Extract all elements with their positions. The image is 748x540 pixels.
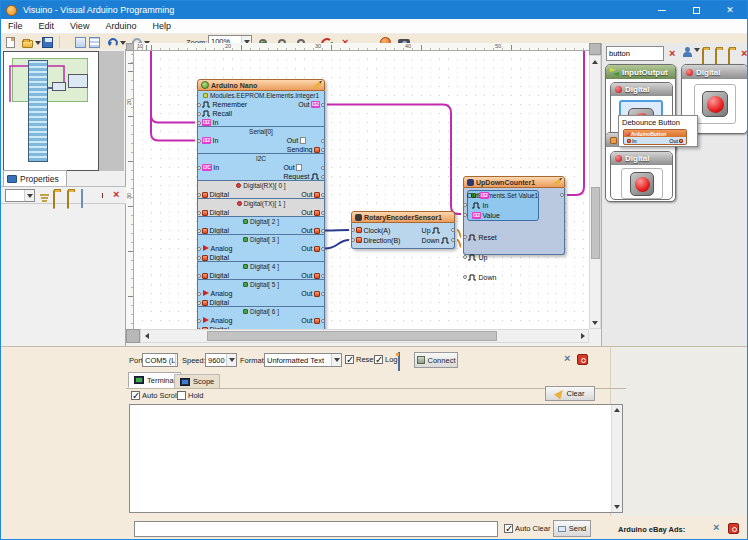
pin-dot[interactable] [451, 228, 455, 232]
arduino-header[interactable]: Arduino Nano [197, 79, 325, 91]
pin-dot[interactable] [351, 238, 355, 242]
close-palette-icon[interactable]: × [741, 48, 747, 59]
diagram-overview[interactable] [3, 51, 99, 171]
tab-scope[interactable]: Scope [174, 374, 220, 388]
send-button[interactable]: Send [553, 520, 591, 537]
pin-dot[interactable] [321, 166, 325, 170]
ads-close-icon[interactable] [728, 523, 739, 534]
properties-filter-select[interactable] [5, 189, 35, 202]
pin-dot[interactable] [451, 238, 455, 242]
format-select[interactable]: Unformatted Text [264, 353, 342, 367]
pin-dot[interactable] [197, 301, 201, 305]
pin-dot[interactable] [321, 193, 325, 197]
pin-dot[interactable] [321, 103, 325, 107]
connect-button[interactable]: Connect [414, 352, 458, 368]
menu-file[interactable]: File [1, 19, 30, 34]
pin-dot[interactable] [197, 193, 201, 197]
rotary-header[interactable]: RotaryEncoderSensor1 [351, 211, 455, 223]
pin-dot[interactable] [197, 319, 201, 323]
terminal-scroll-up-icon[interactable] [612, 405, 622, 415]
menu-view[interactable]: View [63, 19, 96, 34]
menu-arduino[interactable]: Arduino [98, 19, 143, 34]
wire-up-to-up[interactable] [457, 230, 461, 237]
port-select[interactable]: COM5 (L [142, 353, 178, 367]
scroll-up-icon[interactable] [590, 56, 600, 67]
sort-icon[interactable] [39, 190, 50, 208]
component-arduino-nano[interactable]: Arduino Nano Modules.EEPROM.Elements.Int… [197, 79, 325, 329]
clear-search-icon[interactable]: × [669, 48, 675, 59]
pin-dot[interactable] [321, 247, 325, 251]
counter-header[interactable]: UpDownCounter1 [463, 176, 565, 188]
vscroll-thumb[interactable] [591, 187, 600, 259]
maximize-button[interactable] [679, 1, 713, 19]
canvas-vscrollbar[interactable] [589, 55, 601, 329]
wire-digital2-to-clock[interactable] [325, 230, 349, 231]
digital-subheader[interactable]: Digital [611, 83, 672, 96]
canvas-hscrollbar[interactable] [140, 329, 589, 343]
pin-dot[interactable] [197, 166, 201, 170]
pin-dot[interactable] [197, 247, 201, 251]
hold-checkbox[interactable]: Hold [177, 391, 203, 400]
wire-digital3-to-direction[interactable] [325, 240, 349, 249]
serial-power-icon[interactable] [577, 354, 588, 365]
undo-icon[interactable] [107, 36, 119, 49]
pin-dot[interactable] [321, 148, 325, 152]
speed-select[interactable]: 9600 [205, 353, 237, 367]
terminal-output[interactable] [129, 404, 623, 513]
wire-eeprom-out-to-setvalue[interactable] [327, 105, 461, 215]
serial-tools-icon[interactable]: × [564, 353, 570, 364]
button-component-top[interactable] [694, 84, 736, 124]
log-checkbox[interactable]: Log [374, 355, 398, 364]
pin-dot[interactable] [197, 292, 201, 296]
layout-panel-icon[interactable] [75, 36, 86, 49]
scroll-left-icon[interactable] [141, 330, 152, 342]
wire-feedback-to-serial-in[interactable] [151, 51, 195, 141]
scroll-right-icon[interactable] [577, 330, 588, 342]
palette-search-input[interactable] [606, 46, 664, 61]
send-input[interactable] [134, 521, 498, 537]
terminal-scroll-down-icon[interactable] [612, 502, 622, 512]
pin-dot[interactable] [463, 203, 467, 207]
scroll-down-icon[interactable] [590, 317, 600, 328]
menu-edit[interactable]: Edit [32, 19, 62, 34]
expand-folder-icon[interactable] [67, 191, 69, 209]
new-project-icon[interactable] [6, 36, 15, 49]
digital-header[interactable]: Digital [682, 65, 747, 79]
log-file-icon[interactable] [398, 353, 400, 371]
inputoutput-header[interactable]: InputOutput [606, 65, 675, 79]
ads-tools-icon[interactable]: × [713, 522, 719, 533]
auto-scroll-checkbox[interactable]: Auto Scroll [131, 391, 178, 400]
edit-pencil-icon[interactable] [313, 81, 321, 88]
auto-clear-checkbox[interactable]: Auto Clear [504, 524, 550, 533]
layout-grid-icon[interactable] [89, 36, 100, 49]
expand-all-icon[interactable] [81, 190, 83, 208]
wire-counter-out[interactable] [567, 51, 584, 195]
category-folder-icon[interactable] [53, 191, 55, 209]
pin-dot[interactable] [321, 274, 325, 278]
design-canvas[interactable]: Arduino Nano Modules.EEPROM.Elements.Int… [134, 51, 589, 329]
pin-dot[interactable] [463, 275, 467, 279]
pin-dot[interactable] [560, 193, 564, 197]
pin-dot[interactable] [321, 139, 325, 143]
open-dropdown-icon[interactable] [35, 36, 41, 49]
pin-dot[interactable] [197, 112, 201, 116]
close-properties-icon[interactable]: × [113, 189, 119, 200]
edit-pencil-icon[interactable] [553, 178, 561, 185]
menu-help[interactable]: Help [145, 19, 178, 34]
terminal-scrollbar[interactable] [611, 405, 622, 512]
component-rotary-encoder[interactable]: RotaryEncoderSensor1 Clock(A) Direction(… [351, 211, 455, 249]
pin-dot[interactable] [351, 228, 355, 232]
open-project-icon[interactable] [22, 36, 33, 49]
tab-properties[interactable]: Properties [3, 170, 67, 186]
pin-dot[interactable] [197, 139, 201, 143]
pin-dot[interactable] [463, 235, 467, 239]
wire-down-to-down[interactable] [457, 240, 461, 247]
pin-dot[interactable] [463, 255, 467, 259]
pin-dot[interactable] [321, 229, 325, 233]
pin-dot[interactable] [463, 213, 467, 217]
close-button[interactable]: ✕ [713, 1, 747, 19]
pin-dot[interactable] [321, 319, 325, 323]
pin-dot[interactable] [321, 211, 325, 215]
pin-dot[interactable] [197, 121, 201, 125]
clear-button[interactable]: Clear [545, 386, 595, 401]
